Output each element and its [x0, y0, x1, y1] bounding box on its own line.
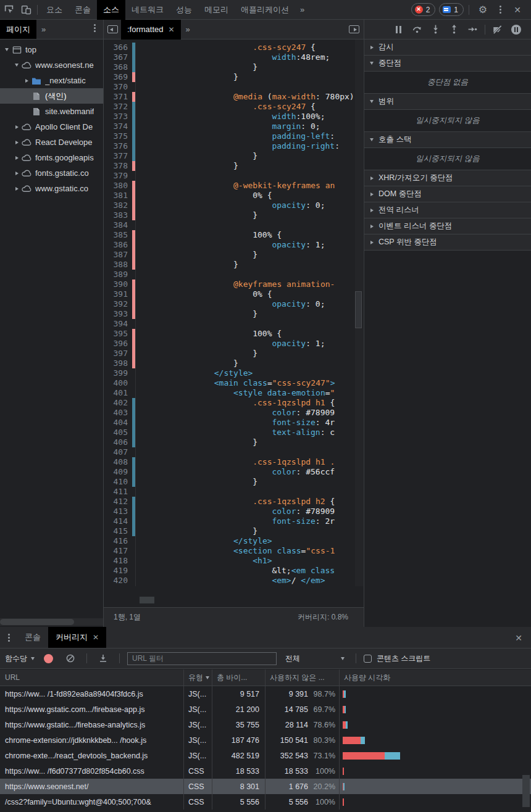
tree-item-fonts.gstatic.co[interactable]: fonts.gstatic.co: [0, 165, 103, 181]
tab-메모리[interactable]: 메모리: [198, 0, 235, 20]
line-number[interactable]: 395: [104, 329, 132, 339]
line-number[interactable]: 369: [104, 72, 132, 82]
code-line[interactable]: 403 color: #78909: [104, 408, 364, 418]
line-number[interactable]: 366: [104, 43, 132, 52]
line-number[interactable]: 414: [104, 516, 132, 526]
code-line[interactable]: 379: [104, 171, 364, 181]
code-line[interactable]: 418 <h1>: [104, 556, 364, 566]
code-line[interactable]: 388 }: [104, 260, 364, 270]
tab-네트워크[interactable]: 네트워크: [125, 0, 170, 20]
line-number[interactable]: 374: [104, 122, 132, 131]
devtools-menu-icon[interactable]: [491, 2, 509, 18]
close-tab-icon[interactable]: ✕: [93, 633, 99, 642]
tab-성능[interactable]: 성능: [170, 0, 198, 20]
inspect-element-icon[interactable]: [0, 2, 17, 18]
coverage-row[interactable]: /css2?family=Ubuntu:wght@400;500;700& CS…: [0, 794, 531, 810]
line-number[interactable]: 387: [104, 250, 132, 260]
code-line[interactable]: 404 font-size: 4r: [104, 418, 364, 428]
coverage-row[interactable]: https://www.seonest.net/ CSS 8 301 1 676…: [0, 779, 531, 794]
line-number[interactable]: 407: [104, 447, 132, 457]
editor-vscrollbar[interactable]: [355, 39, 363, 586]
code-line[interactable]: 384: [104, 220, 364, 230]
line-number[interactable]: 397: [104, 349, 132, 358]
debugger-section-header[interactable]: DOM 중단점: [364, 186, 531, 202]
code-line[interactable]: 390 @keyframes animation-: [104, 280, 364, 289]
code-line[interactable]: 414 font-size: 2r: [104, 516, 364, 526]
line-number[interactable]: 372: [104, 102, 132, 112]
col-total-bytes[interactable]: 총 바이...: [212, 669, 266, 686]
code-line[interactable]: 386 opacity: 1;: [104, 240, 364, 250]
code-line[interactable]: 372 .css-scy247 {: [104, 102, 364, 112]
line-number[interactable]: 375: [104, 131, 132, 141]
code-line[interactable]: 408 .css-1qzslpd h1 .: [104, 457, 364, 467]
url-filter-input[interactable]: URL 필터: [127, 652, 277, 665]
line-number[interactable]: 402: [104, 398, 132, 408]
line-number[interactable]: 377: [104, 151, 132, 161]
line-number[interactable]: 411: [104, 487, 132, 497]
code-line[interactable]: 421 &gt;: [104, 586, 364, 586]
debugger-section-header[interactable]: CSP 위반 중단점: [364, 234, 531, 251]
code-line[interactable]: 371 @media (max-width: 780px): [104, 92, 364, 102]
line-number[interactable]: 382: [104, 201, 132, 210]
code-line[interactable]: 420 <em>/ </em>: [104, 576, 364, 586]
code-line[interactable]: 398 }: [104, 358, 364, 368]
debugger-section-header[interactable]: 범위: [364, 94, 531, 110]
tree-item-(색인)[interactable]: (색인): [0, 88, 103, 104]
line-number[interactable]: 419: [104, 566, 132, 576]
close-devtools-icon[interactable]: ✕: [509, 2, 526, 18]
line-number[interactable]: 380: [104, 181, 132, 191]
line-number[interactable]: 368: [104, 62, 132, 72]
debugger-section-header[interactable]: 이벤트 리스너 중단점: [364, 218, 531, 234]
more-editor-tabs-icon[interactable]: »: [181, 25, 195, 34]
deactivate-breakpoints-icon[interactable]: [489, 22, 506, 38]
content-scripts-toggle[interactable]: 콘텐츠 스크립트: [364, 653, 430, 664]
more-panels-icon[interactable]: »: [295, 5, 309, 14]
editor-hscrollbar[interactable]: [140, 597, 154, 603]
close-tab-icon[interactable]: ✕: [169, 25, 175, 34]
line-number[interactable]: 400: [104, 378, 132, 388]
code-line[interactable]: 419 &lt;<em class: [104, 566, 364, 576]
line-number[interactable]: 379: [104, 171, 132, 181]
code-line[interactable]: 399 </style>: [104, 368, 364, 378]
tree-item-www.seonest.ne[interactable]: www.seonest.ne: [0, 57, 103, 73]
line-number[interactable]: 370: [104, 82, 132, 92]
line-number[interactable]: 413: [104, 507, 132, 516]
device-toolbar-icon[interactable]: [17, 2, 35, 18]
line-number[interactable]: 378: [104, 161, 132, 171]
code-line[interactable]: 387 }: [104, 250, 364, 260]
coverage-row[interactable]: https://www.gstatic.../firebase-analytic…: [0, 717, 531, 732]
line-number[interactable]: 412: [104, 497, 132, 507]
line-number[interactable]: 385: [104, 230, 132, 240]
drawer-vscrollbar[interactable]: [522, 775, 530, 807]
debugger-section-header[interactable]: 호출 스택: [364, 132, 531, 148]
code-line[interactable]: 383 }: [104, 210, 364, 220]
line-number[interactable]: 401: [104, 388, 132, 398]
pause-script-icon[interactable]: [390, 22, 407, 38]
coverage-row[interactable]: https://ww... /1-fd892ea8a89404f3fdc6.js…: [0, 686, 531, 702]
code-line[interactable]: 395 100% {: [104, 329, 364, 339]
code-line[interactable]: 373 width:100%;: [104, 112, 364, 122]
code-line[interactable]: 366 .css-scy247 {: [104, 43, 364, 52]
line-number[interactable]: 389: [104, 270, 132, 280]
col-type[interactable]: 유형: [184, 669, 212, 686]
col-unused-bytes[interactable]: 사용하지 않은 ...: [266, 669, 340, 686]
code-line[interactable]: 382 opacity: 0;: [104, 201, 364, 210]
coverage-row[interactable]: chrome-extension://jdkknkkbeb... /hook.j…: [0, 732, 531, 748]
tab-pages[interactable]: 페이지: [0, 20, 36, 39]
line-number[interactable]: 388: [104, 260, 132, 270]
code-line[interactable]: 392 opacity: 0;: [104, 299, 364, 309]
step-icon[interactable]: [464, 22, 481, 38]
line-number[interactable]: 383: [104, 210, 132, 220]
tab-formatted-file[interactable]: :formatted ✕: [121, 20, 181, 39]
line-number[interactable]: 408: [104, 457, 132, 467]
debugger-section-header[interactable]: XHR/가져오기 중단점: [364, 170, 531, 186]
tab-애플리케이션[interactable]: 애플리케이션: [235, 0, 295, 20]
line-number[interactable]: 409: [104, 467, 132, 477]
navigator-hscrollbar[interactable]: [0, 618, 103, 626]
col-url[interactable]: URL: [0, 669, 184, 686]
code-line[interactable]: 381 0% {: [104, 191, 364, 201]
code-line[interactable]: 378 }: [104, 161, 364, 171]
tab-콘솔[interactable]: 콘솔: [69, 0, 97, 20]
line-number[interactable]: 410: [104, 477, 132, 487]
navigator-menu-icon[interactable]: [86, 20, 103, 36]
